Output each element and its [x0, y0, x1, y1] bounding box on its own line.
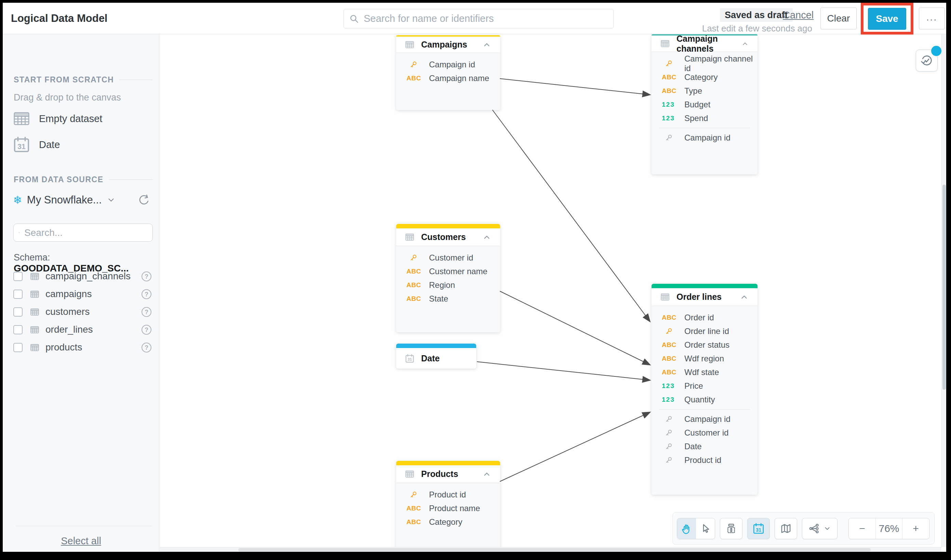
collapse-icon[interactable] — [482, 40, 491, 49]
field-row-category[interactable]: ABCCategory — [396, 515, 500, 529]
field-row-wdf-state[interactable]: ABCWdf state — [651, 365, 757, 379]
collapse-icon[interactable] — [482, 470, 491, 478]
clear-button[interactable]: Clear — [820, 8, 857, 29]
attribute-type-badge: ABC — [406, 75, 421, 82]
scratch-item-empty-dataset[interactable]: Empty dataset — [13, 110, 102, 127]
scratch-item-date[interactable]: 31Date — [13, 136, 60, 153]
field-row-campaign-channel-id[interactable]: Campaign channel id — [651, 57, 757, 71]
table-checkbox[interactable] — [13, 343, 23, 352]
vertical-scrollbar-thumb[interactable] — [942, 185, 946, 390]
field-row-order-status[interactable]: ABCOrder status — [651, 338, 757, 352]
collapse-icon[interactable] — [482, 233, 491, 242]
primary-key-icon — [665, 327, 673, 335]
field-row-campaign-id[interactable]: Campaign id — [651, 131, 757, 145]
table-checkbox[interactable] — [13, 272, 23, 281]
divider — [119, 80, 153, 80]
field-row-campaign-name[interactable]: ABCCampaign name — [396, 71, 500, 85]
collapse-icon[interactable] — [742, 39, 749, 48]
hand-icon — [681, 523, 692, 534]
dataset-card-campaign-channels[interactable]: Campaign channelsCampaign channel idABCC… — [651, 34, 757, 174]
field-row-customer-id[interactable]: Customer id — [651, 426, 757, 440]
zoom-out-button[interactable]: − — [849, 518, 876, 539]
field-row-order-line-id[interactable]: Order line id — [651, 325, 757, 338]
refresh-icon[interactable] — [138, 194, 150, 206]
help-icon[interactable]: ? — [141, 307, 152, 317]
field-label: Wdf region — [684, 354, 724, 363]
field-row-type[interactable]: ABCType — [651, 84, 757, 98]
field-row-customer-id[interactable]: Customer id — [396, 251, 500, 265]
table-grid-icon — [30, 289, 39, 299]
horizontal-scrollbar[interactable] — [160, 547, 942, 552]
dataset-card-order-lines[interactable]: Order linesABCOrder idOrder line idABCOr… — [651, 284, 757, 495]
table-name[interactable]: order_lines — [45, 324, 93, 335]
table-checkbox[interactable] — [13, 289, 23, 299]
cancel-link[interactable]: Cancel — [783, 9, 814, 21]
history-button[interactable] — [916, 49, 938, 71]
collapse-icon[interactable] — [740, 293, 749, 302]
save-button[interactable]: Save — [868, 8, 906, 30]
relationship-customers-to-order-lines[interactable] — [500, 291, 650, 365]
field-row-date[interactable]: Date — [651, 440, 757, 453]
sidebar-search-input[interactable] — [24, 227, 148, 238]
reference-key-icon — [665, 442, 673, 451]
field-row-campaign-id[interactable]: Campaign id — [396, 58, 500, 71]
attribute-type-badge: ABC — [406, 268, 421, 275]
relationship-date-to-order-lines[interactable] — [477, 362, 650, 380]
field-row-region[interactable]: ABCRegion — [396, 278, 500, 292]
relationship-products-to-order-lines[interactable] — [500, 412, 650, 482]
field-row-campaign-id[interactable]: Campaign id — [651, 412, 757, 426]
help-icon[interactable]: ? — [141, 271, 152, 282]
field-row-product-name[interactable]: ABCProduct name — [396, 502, 500, 515]
select-all-link[interactable]: Select all — [3, 535, 159, 547]
dataset-header[interactable]: Campaigns — [396, 37, 500, 53]
expand-details-button[interactable] — [720, 518, 742, 539]
horizontal-scrollbar-thumb[interactable] — [238, 548, 871, 551]
select-tool-button[interactable] — [696, 518, 715, 539]
more-options-button[interactable]: ... — [919, 8, 945, 29]
dataset-header[interactable]: Customers — [396, 228, 500, 246]
field-row-order-id[interactable]: ABCOrder id — [651, 311, 757, 325]
field-row-price[interactable]: 123Price — [651, 379, 757, 393]
model-canvas[interactable]: CampaignsCampaign idABCCampaign nameCamp… — [160, 34, 942, 547]
field-row-wdf-region[interactable]: ABCWdf region — [651, 352, 757, 365]
table-checkbox[interactable] — [13, 325, 23, 334]
field-row-budget[interactable]: 123Budget — [651, 98, 757, 111]
dataset-grid-icon — [405, 232, 414, 242]
relationship-campaigns-to-campaign-channels[interactable] — [500, 78, 650, 95]
pan-tool-button[interactable] — [677, 518, 696, 539]
help-icon[interactable]: ? — [141, 289, 152, 300]
dataset-header[interactable]: Products — [396, 465, 500, 483]
table-name[interactable]: campaign_channels — [45, 271, 131, 282]
dataset-card-customers[interactable]: CustomersCustomer idABCCustomer nameABCR… — [396, 224, 500, 332]
chevron-down-icon[interactable] — [107, 195, 115, 205]
help-icon[interactable]: ? — [141, 325, 152, 335]
dataset-header[interactable]: 31Date — [396, 348, 476, 369]
auto-layout-button[interactable] — [802, 518, 837, 539]
dataset-card-campaigns[interactable]: CampaignsCampaign idABCCampaign name — [396, 35, 500, 110]
dataset-header[interactable]: Order lines — [651, 288, 757, 306]
date-datasets-button[interactable]: 31 — [747, 518, 770, 539]
data-source-select[interactable]: My Snowflake... — [27, 194, 102, 206]
dataset-fields: Campaign channel idABCCategoryABCType123… — [651, 52, 757, 174]
field-row-product-id[interactable]: Product id — [396, 488, 500, 502]
table-name[interactable]: products — [45, 342, 82, 353]
field-row-customer-name[interactable]: ABCCustomer name — [396, 265, 500, 278]
field-row-spend[interactable]: 123Spend — [651, 111, 757, 125]
table-name[interactable]: campaigns — [45, 289, 92, 300]
vertical-scrollbar[interactable] — [942, 34, 946, 547]
table-checkbox[interactable] — [13, 307, 23, 317]
field-row-quantity[interactable]: 123Quantity — [651, 393, 757, 406]
dataset-header[interactable]: Campaign channels — [651, 35, 757, 52]
fact-type-badge: 123 — [662, 396, 675, 403]
zoom-in-button[interactable]: + — [902, 518, 929, 539]
dataset-card-products[interactable]: ProductsProduct idABCProduct nameABCCate… — [396, 461, 500, 547]
field-row-state[interactable]: ABCState — [396, 292, 500, 306]
minimap-button[interactable] — [775, 518, 797, 539]
global-search-input[interactable] — [364, 13, 608, 24]
dataset-card-date[interactable]: 31Date — [396, 344, 476, 369]
table-name[interactable]: customers — [45, 306, 89, 317]
hierarchy-icon — [808, 523, 820, 534]
relationship-campaigns-to-order-lines[interactable] — [492, 110, 650, 322]
field-row-product-id[interactable]: Product id — [651, 453, 757, 467]
help-icon[interactable]: ? — [141, 342, 152, 353]
